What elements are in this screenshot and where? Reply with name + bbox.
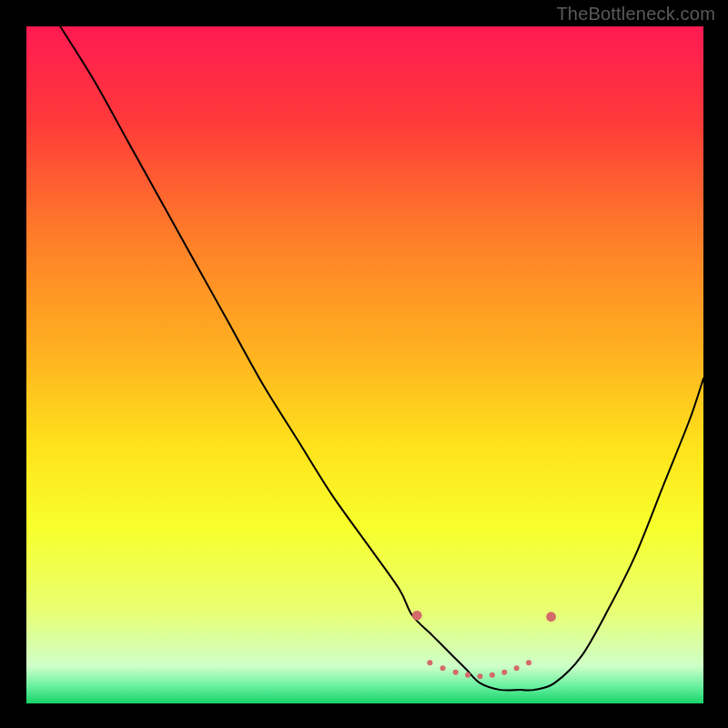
marker-point bbox=[546, 612, 556, 622]
marker-point bbox=[453, 670, 459, 675]
marker-point bbox=[440, 665, 446, 671]
bottleneck-chart bbox=[26, 26, 703, 703]
gradient-background bbox=[26, 26, 703, 703]
marker-point bbox=[526, 660, 531, 665]
marker-point bbox=[477, 673, 482, 679]
marker-point bbox=[514, 665, 520, 671]
plot-area bbox=[25, 25, 704, 704]
marker-point bbox=[412, 611, 422, 621]
marker-point bbox=[490, 672, 495, 678]
marker-point bbox=[465, 672, 470, 678]
marker-point bbox=[427, 660, 432, 665]
watermark-text: TheBottleneck.com bbox=[556, 4, 715, 25]
chart-stage: TheBottleneck.com bbox=[0, 0, 728, 728]
marker-point bbox=[501, 670, 507, 675]
